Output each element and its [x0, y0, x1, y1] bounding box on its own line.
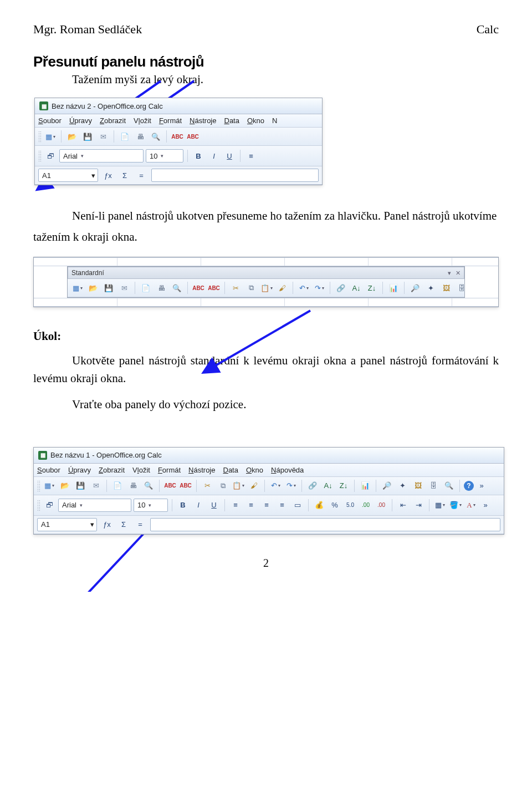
- save-icon[interactable]: 💾: [74, 479, 87, 492]
- autospell-icon[interactable]: ABC: [186, 130, 200, 143]
- equals-icon[interactable]: =: [135, 169, 148, 182]
- align-right-icon[interactable]: ≡: [260, 499, 273, 512]
- italic-icon[interactable]: I: [192, 499, 205, 512]
- export-pdf-icon[interactable]: 📄: [111, 479, 124, 492]
- sum-icon[interactable]: Σ: [117, 518, 130, 531]
- menu-okno[interactable]: Okno: [246, 466, 263, 474]
- menu-vlozit[interactable]: Vložit: [134, 116, 151, 125]
- menu-nastroje[interactable]: Nástroje: [190, 116, 216, 125]
- gallery-icon[interactable]: 🖼: [439, 281, 453, 295]
- insert-chart-icon[interactable]: 📊: [387, 281, 400, 295]
- paste-icon[interactable]: 📋▾: [232, 479, 245, 492]
- paste-icon[interactable]: 📋▾: [260, 281, 273, 295]
- mail-icon[interactable]: ✉: [96, 130, 110, 143]
- menu-format[interactable]: Formát: [158, 466, 181, 474]
- new-doc-icon[interactable]: ▦▾: [44, 130, 57, 143]
- menu-truncated[interactable]: N: [272, 116, 277, 125]
- new-doc-icon[interactable]: ▦▾: [71, 281, 84, 295]
- menu-vlozit[interactable]: Vložit: [132, 466, 150, 474]
- copy-icon[interactable]: ⧉: [244, 281, 258, 295]
- decrease-indent-icon[interactable]: ⇤: [396, 499, 410, 512]
- export-pdf-icon[interactable]: 📄: [139, 281, 152, 295]
- toolbar-grip[interactable]: [38, 131, 42, 142]
- spellcheck-icon[interactable]: ABC: [163, 479, 177, 492]
- menu-upravy[interactable]: Úpravy: [68, 466, 91, 474]
- sort-asc-icon[interactable]: A↓: [350, 281, 363, 295]
- equals-icon[interactable]: =: [134, 518, 147, 531]
- data-sources-icon[interactable]: 🗄: [455, 281, 464, 295]
- percent-icon[interactable]: %: [328, 499, 341, 512]
- italic-icon[interactable]: I: [207, 149, 221, 163]
- gallery-icon[interactable]: 🖼: [411, 479, 424, 492]
- mail-icon[interactable]: ✉: [117, 281, 131, 295]
- menu-soubor[interactable]: Soubor: [38, 116, 62, 125]
- styles-icon[interactable]: 🗗: [43, 499, 56, 512]
- hyperlink-icon[interactable]: 🔗: [306, 479, 319, 492]
- menu-soubor[interactable]: Soubor: [37, 466, 60, 474]
- toolbar-overflow-icon[interactable]: »: [476, 479, 487, 492]
- print-preview-icon[interactable]: 🔍: [142, 479, 155, 492]
- align-left-icon[interactable]: ≡: [229, 499, 242, 512]
- menu-upravy[interactable]: Úpravy: [69, 116, 92, 125]
- open-icon[interactable]: 📂: [65, 130, 79, 143]
- open-icon[interactable]: 📂: [86, 281, 100, 295]
- sum-icon[interactable]: Σ: [118, 169, 131, 182]
- navigator-icon[interactable]: ✦: [396, 479, 409, 492]
- toolbar-grip[interactable]: [37, 500, 40, 511]
- format-toolbar[interactable]: 🗗 Arial▾ 10▾ B I U ≡ ≡ ≡ ≡ ▭ 💰 % 5.0 .00…: [34, 495, 504, 516]
- menu-nastroje[interactable]: Nástroje: [188, 466, 215, 474]
- cut-icon[interactable]: ✂: [201, 479, 214, 492]
- bold-icon[interactable]: B: [192, 149, 205, 163]
- floating-toolbar-titlebar[interactable]: Standardní ▾✕: [68, 267, 464, 279]
- find-icon[interactable]: 🔎: [380, 479, 393, 492]
- align-center-icon[interactable]: ≡: [244, 499, 258, 512]
- export-pdf-icon[interactable]: 📄: [118, 130, 131, 143]
- standard-toolbar[interactable]: ▦▾ 📂 💾 ✉ 📄 🖶 🔍 ABC ABC: [35, 128, 322, 146]
- navigator-icon[interactable]: ✦: [424, 281, 437, 295]
- format-paintbrush-icon[interactable]: 🖌: [275, 281, 289, 295]
- print-icon[interactable]: 🖶: [134, 130, 147, 143]
- toolbar-grip[interactable]: [38, 150, 42, 161]
- bgcolor-icon[interactable]: 🪣▾: [449, 499, 462, 512]
- formula-input[interactable]: [150, 518, 500, 531]
- floating-toolbar-controls[interactable]: ▾✕: [448, 270, 461, 277]
- formula-input[interactable]: [151, 169, 319, 182]
- autospell-icon[interactable]: ABC: [179, 479, 192, 492]
- mail-icon[interactable]: ✉: [89, 479, 103, 492]
- fx-icon[interactable]: ƒx: [100, 518, 114, 531]
- help-icon[interactable]: ?: [464, 481, 474, 491]
- data-sources-icon[interactable]: 🗄: [427, 479, 440, 492]
- sort-desc-icon[interactable]: Z↓: [365, 281, 378, 295]
- font-name-combo[interactable]: Arial▾: [58, 499, 131, 512]
- print-icon[interactable]: 🖶: [155, 281, 168, 295]
- toolbar-overflow-icon[interactable]: »: [480, 499, 491, 512]
- sort-asc-icon[interactable]: A↓: [321, 479, 335, 492]
- floating-standard-toolbar[interactable]: ▦▾ 📂 💾 ✉ 📄 🖶 🔍 ABC ABC ✂ ⧉ 📋▾ 🖌 ↶▾ ↷▾ 🔗 …: [68, 279, 464, 297]
- styles-icon[interactable]: 🗗: [44, 149, 57, 163]
- spellcheck-icon[interactable]: ABC: [192, 281, 205, 295]
- toolbar-grip[interactable]: [37, 480, 40, 491]
- menu-okno[interactable]: Okno: [247, 116, 264, 125]
- menu-napoveda[interactable]: Nápověda: [271, 466, 304, 474]
- font-name-combo[interactable]: Arial▾: [59, 149, 144, 163]
- number-format-icon[interactable]: 5.0: [344, 499, 357, 512]
- menu-zobrazit[interactable]: Zobrazit: [100, 116, 126, 125]
- underline-icon[interactable]: U: [207, 499, 221, 512]
- font-size-combo[interactable]: 10▾: [146, 149, 183, 163]
- underline-icon[interactable]: U: [223, 149, 236, 163]
- standard-toolbar[interactable]: ▦▾ 📂 💾 ✉ 📄 🖶 🔍 ABC ABC ✂ ⧉ 📋▾ 🖌 ↶▾ ↷▾ 🔗 …: [34, 477, 504, 495]
- remove-decimal-icon[interactable]: .00: [375, 499, 388, 512]
- open-icon[interactable]: 📂: [58, 479, 71, 492]
- borders-icon[interactable]: ▦▾: [433, 499, 447, 512]
- increase-indent-icon[interactable]: ⇥: [412, 499, 425, 512]
- save-icon[interactable]: 💾: [102, 281, 115, 295]
- zoom-icon[interactable]: 🔍: [442, 479, 456, 492]
- menu-bar[interactable]: Soubor Úpravy Zobrazit Vložit Formát Nás…: [35, 114, 322, 128]
- redo-icon[interactable]: ↷▾: [313, 281, 326, 295]
- new-doc-icon[interactable]: ▦▾: [43, 479, 56, 492]
- sort-desc-icon[interactable]: Z↓: [337, 479, 350, 492]
- undo-icon[interactable]: ↶▾: [297, 281, 310, 295]
- print-preview-icon[interactable]: 🔍: [149, 130, 162, 143]
- menu-format[interactable]: Formát: [159, 116, 182, 125]
- copy-icon[interactable]: ⧉: [216, 479, 229, 492]
